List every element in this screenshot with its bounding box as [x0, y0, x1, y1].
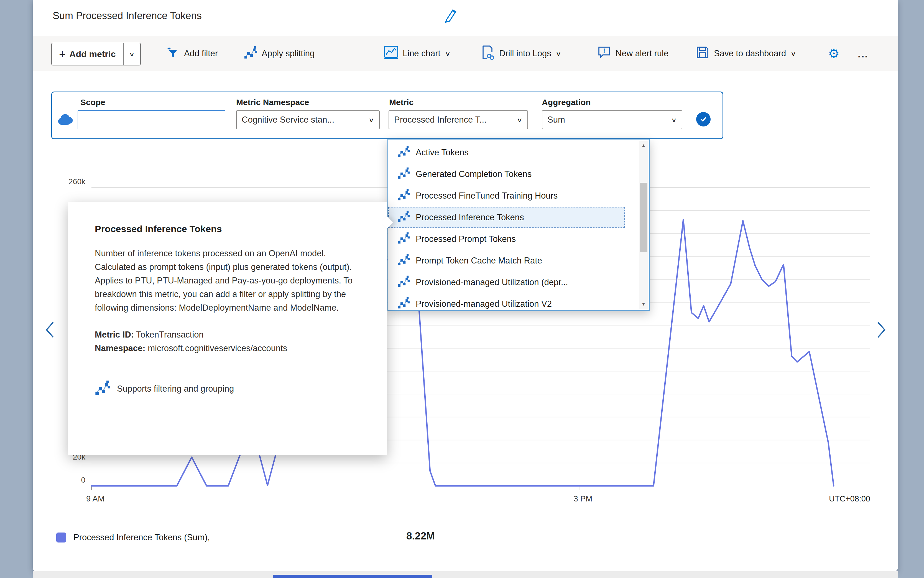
metric-dropdown-item-label: Prompt Token Cache Match Rate	[416, 256, 542, 266]
metric-dropdown-item[interactable]: Generated Completion Tokens	[388, 163, 625, 185]
metric-dropdown-item[interactable]: Processed FineTuned Training Hours	[388, 185, 625, 207]
svg-text:0: 0	[81, 476, 85, 484]
metric-dropdown-item-label: Processed Inference Tokens	[416, 213, 524, 222]
legend-color-swatch[interactable]	[56, 533, 66, 542]
legend-series-label[interactable]: Processed Inference Tokens (Sum),	[73, 533, 210, 542]
metric-scatter-icon	[95, 380, 110, 398]
svg-text:3 PM: 3 PM	[573, 494, 592, 503]
tooltip-title: Processed Inference Tokens	[95, 224, 360, 234]
legend-row[interactable]: Processed Inference Tokens (Sum),	[56, 528, 210, 547]
tooltip-description: Number of inference tokens processed on …	[95, 247, 361, 315]
metric-dropdown-item[interactable]: Active Tokens	[388, 142, 625, 163]
namespace-label: Namespace:	[95, 343, 146, 353]
metric-dropdown-item[interactable]: Provisioned-managed Utilization (depr...	[388, 271, 625, 293]
metric-dropdown-item-label: Processed Prompt Tokens	[416, 234, 516, 244]
metric-info-tooltip: Processed Inference Tokens Number of inf…	[68, 202, 387, 455]
metric-scatter-icon	[397, 145, 409, 160]
metric-dropdown-item[interactable]: Processed Prompt Tokens	[388, 228, 625, 250]
tooltip-metric-id-row: Metric ID: TokenTransaction	[95, 328, 360, 341]
tooltip-footer-text: Supports filtering and grouping	[117, 384, 234, 394]
metric-dropdown-item[interactable]: Provisioned-managed Utilization V2	[388, 293, 625, 311]
bottom-accent-bar	[273, 575, 432, 578]
dropdown-scrollbar[interactable]: ▲ ▼	[639, 141, 648, 309]
pan-left-chevron-button[interactable]	[44, 321, 56, 340]
namespace-value: microsoft.cognitiveservices/accounts	[148, 343, 287, 353]
legend-divider	[400, 526, 400, 546]
metric-dropdown-item-label: Provisioned-managed Utilization V2	[416, 299, 552, 309]
metric-dropdown-item-label: Generated Completion Tokens	[416, 169, 532, 179]
legend-series-total: 8.22M	[406, 530, 435, 542]
metric-dropdown-item[interactable]: Prompt Token Cache Match Rate	[388, 250, 625, 271]
metrics-chart-card: Sum Processed Inference Tokens + Add met…	[33, 0, 898, 572]
metric-scatter-icon	[397, 210, 409, 225]
metric-scatter-icon	[397, 188, 409, 203]
metric-scatter-icon	[397, 232, 409, 246]
tooltip-namespace-row: Namespace: microsoft.cognitiveservices/a…	[95, 341, 360, 355]
card-bottom-strip	[33, 572, 898, 578]
metric-scatter-icon	[397, 167, 409, 181]
pan-right-chevron-button[interactable]	[875, 321, 887, 340]
metric-dropdown-item-label: Processed FineTuned Training Hours	[416, 191, 558, 201]
metric-id-label: Metric ID:	[95, 330, 134, 339]
svg-text:9 AM: 9 AM	[86, 494, 105, 503]
scroll-up-button[interactable]: ▲	[639, 141, 648, 151]
svg-text:260k: 260k	[68, 177, 86, 186]
metric-scatter-icon	[397, 297, 409, 311]
metric-scatter-icon	[397, 275, 409, 289]
metric-scatter-icon	[397, 253, 409, 268]
metric-dropdown-item-label: Active Tokens	[416, 148, 469, 157]
scroll-down-button[interactable]: ▼	[639, 299, 648, 309]
scrollbar-thumb[interactable]	[640, 183, 647, 252]
tooltip-footer: Supports filtering and grouping	[95, 380, 360, 398]
metric-dropdown-flyout: Active Tokens Generated Completion Token…	[387, 139, 650, 311]
metric-id-value: TokenTransaction	[136, 330, 204, 339]
metric-dropdown-item-label: Provisioned-managed Utilization (depr...	[416, 278, 568, 287]
metric-dropdown-item[interactable]: Processed Inference Tokens	[388, 207, 625, 228]
svg-text:UTC+08:00: UTC+08:00	[829, 494, 870, 503]
